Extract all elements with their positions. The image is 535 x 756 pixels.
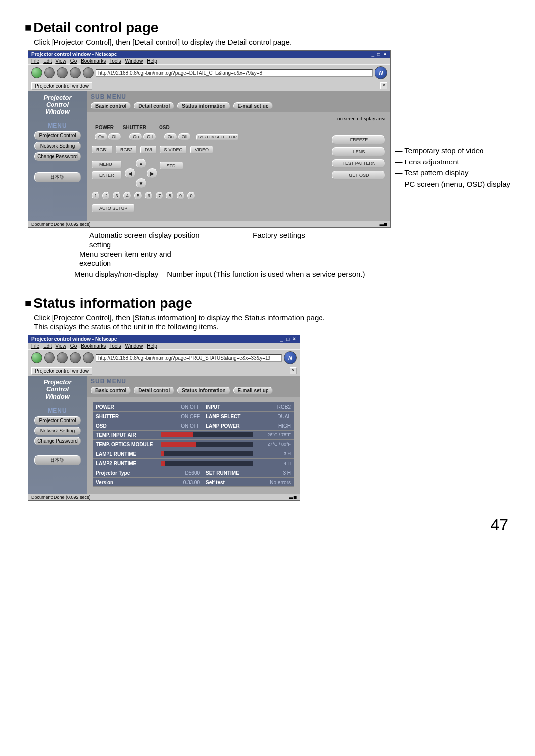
osd-area-label: on screen display area <box>337 115 385 121</box>
status-bar-row: LAMP1 RUNTIME3 H <box>93 449 294 459</box>
home-button-2[interactable] <box>83 352 94 363</box>
detail-panel: on screen display area POWER SHUTTER OSD… <box>87 112 390 221</box>
num-5[interactable]: 5 <box>134 192 142 200</box>
tab-basic-control[interactable]: Basic control <box>91 102 131 109</box>
browser-tabbar-2: Projector control window × <box>28 366 300 376</box>
num-3[interactable]: 3 <box>113 192 121 200</box>
intro-status-1: Click [Projector Control], then [Status … <box>34 313 510 322</box>
input-rgb1[interactable]: RGB1 <box>92 146 113 154</box>
browser-window-detail: Projector control window - Netscape _ □ … <box>28 50 391 228</box>
browser-window-status: Projector control window - Netscape _ □ … <box>28 335 300 501</box>
arrow-up-icon[interactable]: ▲ <box>136 159 147 168</box>
sidebar-menu-label: MENU <box>30 122 85 129</box>
heading-detail-control: Detail control page <box>25 20 510 36</box>
below-annotations-1b: Menu screen item entry and execution <box>79 250 510 269</box>
input-svideo[interactable]: S-VIDEO <box>160 146 187 154</box>
osd-on[interactable]: On <box>164 133 177 140</box>
freeze-button[interactable]: FREEZE <box>332 135 385 144</box>
num-1[interactable]: 1 <box>92 192 100 200</box>
browser-menubar-2[interactable]: FileEditViewGoBookmarksToolsWindowHelp <box>28 343 300 349</box>
callout-menu-item: Menu screen item entry and execution <box>79 250 203 269</box>
tab-close[interactable]: × <box>380 82 387 89</box>
auto-setup-button[interactable]: AUTO SETUP <box>92 204 135 212</box>
osd-label: OSD <box>152 125 177 130</box>
window-title: Projector control window - Netscape <box>31 52 117 57</box>
status-row: SHUTTERON OFFLAMP SELECTDUAL <box>93 412 294 421</box>
main-area: SUB MENU Basic control Detail control St… <box>87 91 390 221</box>
subtabs: Basic control Detail control Status info… <box>87 100 390 112</box>
arrow-down-icon[interactable]: ▼ <box>136 178 147 188</box>
back-button-2[interactable] <box>31 352 42 363</box>
status-bar-row: TEMP. INPUT AIR26°C / 78°F <box>93 431 294 440</box>
reload-button[interactable] <box>57 67 68 78</box>
browser-tabbar: Projector control window × <box>28 81 390 91</box>
input-dvi[interactable]: DVI <box>140 146 157 154</box>
right-button-col: FREEZE LENS TEST PATTERN GET OSD <box>332 135 385 180</box>
lens-button[interactable]: LENS <box>332 147 385 156</box>
shutter-on[interactable]: On <box>129 133 142 140</box>
tab-email-setup[interactable]: E-mail set up <box>233 102 273 109</box>
browser-toolbar-2: http://192.168.0.8/cgi-bin/main.cgi?page… <box>28 349 300 366</box>
get-osd-button[interactable]: GET OSD <box>332 171 385 180</box>
num-8[interactable]: 8 <box>166 192 174 200</box>
intro-detail: Click [Projector Control], then [Detail … <box>34 38 510 46</box>
reload-button-2[interactable] <box>57 352 68 363</box>
tab-status-information[interactable]: Status information <box>177 102 230 109</box>
menu-button[interactable]: MENU <box>92 161 122 168</box>
arrow-left-icon[interactable]: ◀ <box>125 168 136 178</box>
browser-toolbar: http://192.168.0.8/cgi-bin/main.cgi?page… <box>28 64 390 81</box>
callout-auto-setup: Automatic screen display position settin… <box>89 231 213 250</box>
home-button[interactable] <box>83 67 94 78</box>
sidebar-btn-projector-control[interactable]: Projector Control <box>34 131 81 140</box>
system-selector-button[interactable]: SYSTEM SELECTOR <box>196 134 239 140</box>
stop-button[interactable] <box>70 67 81 78</box>
input-video[interactable]: VIDEO <box>190 146 213 154</box>
num-2[interactable]: 2 <box>102 192 110 200</box>
num-7[interactable]: 7 <box>156 192 163 200</box>
netscape-logo: N <box>374 66 387 79</box>
num-6[interactable]: 6 <box>145 192 153 200</box>
callout-lens: Lens adjustment <box>404 157 510 168</box>
callout-freeze: Temporary stop of video <box>404 145 510 157</box>
status-bar-row: LAMP2 RUNTIME4 H <box>93 459 294 468</box>
tab-detail-control[interactable]: Detail control <box>134 102 174 109</box>
browser-menubar[interactable]: FileEditViewGoBookmarksToolsWindowHelp <box>28 58 390 64</box>
stop-button-2[interactable] <box>70 352 81 363</box>
power-on[interactable]: On <box>95 133 107 140</box>
input-rgb2[interactable]: RGB2 <box>116 146 137 154</box>
enter-button[interactable]: ENTER <box>92 171 122 179</box>
callout-number-input: Number input (This function is used when… <box>167 270 365 278</box>
test-pattern-button[interactable]: TEST PATTERN <box>332 159 385 168</box>
osd-off[interactable]: Off <box>178 133 191 140</box>
window-buttons[interactable]: _ □ × <box>371 52 387 57</box>
auto-setup-row: AUTO SETUP <box>92 203 385 212</box>
sidebar-btn-change-password[interactable]: Change Password <box>34 152 81 161</box>
callout-test-pattern: Test pattern display <box>404 167 510 179</box>
shutter-off[interactable]: Off <box>143 133 156 140</box>
arrow-right-icon[interactable]: ▶ <box>147 168 158 178</box>
back-button[interactable] <box>31 67 42 78</box>
callout-menu-display: Menu display/non-display <box>74 270 158 278</box>
num-4[interactable]: 4 <box>123 192 131 200</box>
status-bar-row: TEMP. OPTICS MODULE27°C / 80°F <box>93 440 294 449</box>
browser-tab[interactable]: Projector control window <box>31 82 92 90</box>
url-bar[interactable]: http://192.168.0.8/cgi-bin/main.cgi?page… <box>96 69 373 77</box>
num-0[interactable]: 0 <box>187 192 195 200</box>
sidebar-btn-japanese[interactable]: 日本語 <box>34 172 81 182</box>
power-off[interactable]: Off <box>108 133 121 140</box>
url-bar-2[interactable]: http://192.168.0.8/cgi-bin/main.cgi?page… <box>96 354 282 362</box>
browser-statusbar: Document: Done (0.092 secs)▬◼ <box>28 221 390 227</box>
submenu-header: SUB MENU <box>87 91 390 100</box>
arrow-pad: ▲ ◀▶ ▼ <box>125 159 157 187</box>
callout-get-osd: PC screen (menu, OSD) display <box>404 179 510 190</box>
sidebar-2: Projector Control Window MENU Projector … <box>28 376 87 494</box>
status-row: Version0.33.00Self testNo errors <box>93 478 294 487</box>
forward-button[interactable] <box>44 67 55 78</box>
std-button[interactable]: STD <box>160 162 183 170</box>
window-titlebar: Projector control window - Netscape _ □ … <box>28 51 390 58</box>
num-9[interactable]: 9 <box>177 192 185 200</box>
window-titlebar-2: Projector control window - Netscape _ □ … <box>28 335 300 343</box>
below-annotations-1: Automatic screen display position settin… <box>89 231 510 250</box>
forward-button-2[interactable] <box>44 352 55 363</box>
sidebar-btn-network-setting[interactable]: Network Setting <box>34 142 81 150</box>
